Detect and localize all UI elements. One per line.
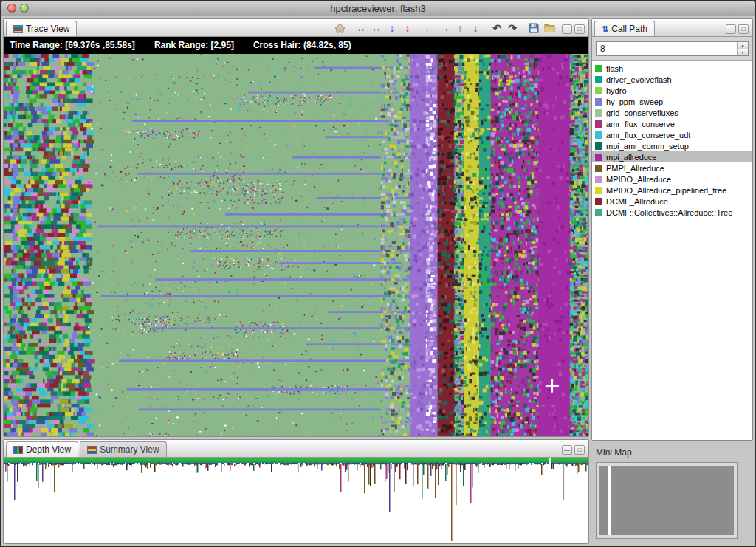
tab-call-path[interactable]: ⇅ Call Path — [594, 21, 655, 36]
callpath-item-label: MPIDO_Allreduce_pipelined_tree — [606, 186, 726, 195]
spinner-down-button[interactable]: ▼ — [738, 49, 748, 56]
callpath-item-hy-ppm-sweep[interactable]: hy_ppm_sweep — [592, 96, 752, 107]
callpath-item-mpi-allreduce[interactable]: mpi_allreduce — [592, 151, 752, 162]
tab-depth-view[interactable]: Depth View — [6, 441, 78, 457]
pan-right-button[interactable]: → — [437, 21, 452, 35]
window-controls — [7, 4, 29, 13]
save-button[interactable] — [526, 21, 541, 35]
depth-input[interactable] — [597, 42, 737, 55]
depth-spinner-row: ▲ ▼ — [592, 37, 752, 60]
callpath-color-swatch — [595, 65, 602, 72]
zoom-button[interactable] — [20, 4, 29, 13]
home-button[interactable] — [332, 21, 347, 35]
callpath-item-dcmf-collectives-allreduce-tree[interactable]: DCMF::Collectives::Allreduce::Tree — [592, 207, 752, 218]
callpath-item-amr-flux-conserve[interactable]: amr_flux_conserve — [592, 118, 752, 129]
callpath-item-grid-conservefluxes[interactable]: grid_conservefluxes — [592, 107, 752, 118]
callpath-item-dcmf-allreduce[interactable]: DCMF_Allreduce — [592, 196, 752, 207]
callpath-item-label: DCMF_Allreduce — [606, 197, 668, 206]
zoom-out-rank-button[interactable]: ↕ — [400, 21, 415, 35]
depth-view-tab-label: Depth View — [26, 444, 71, 455]
trace-pane-buttons: — □ — [562, 24, 585, 36]
redo-button[interactable]: ↷ — [505, 21, 520, 35]
mini-map-cursor[interactable] — [608, 466, 611, 535]
close-button[interactable] — [7, 4, 16, 13]
callpath-color-swatch — [595, 154, 602, 161]
call-path-pane-buttons: — □ — [726, 24, 749, 36]
callpath-item-label: grid_conservefluxes — [606, 109, 678, 117]
trace-canvas-area — [4, 54, 588, 436]
maximize-pane-button[interactable]: □ — [738, 24, 749, 34]
tab-trace-view[interactable]: Trace View — [6, 21, 77, 36]
toolbar-separator — [348, 27, 353, 28]
summary-view-icon — [87, 446, 97, 454]
callpath-color-swatch — [595, 120, 602, 128]
spinner-up-button[interactable]: ▲ — [738, 42, 748, 49]
mini-map[interactable] — [596, 462, 738, 539]
callpath-color-swatch — [595, 109, 602, 117]
depth-spinner: ▲ ▼ — [596, 41, 749, 56]
mini-map-view-region[interactable] — [599, 466, 734, 535]
window-title: hpctraceviewer: flash3 — [330, 3, 425, 14]
zoom-in-time-button[interactable]: ↔ — [354, 21, 368, 35]
callpath-item-driver-evolveflash[interactable]: driver_evolveflash — [592, 74, 752, 85]
callpath-item-hydro[interactable]: hydro — [592, 85, 752, 96]
callpath-item-label: PMPI_Allreduce — [606, 164, 664, 173]
callpath-item-label: hydro — [606, 86, 627, 95]
callpath-color-swatch — [595, 142, 602, 150]
trace-toolbar: ↔↔↕↕←→↑↓↶↷ — [332, 21, 557, 36]
depth-canvas-area — [4, 458, 588, 543]
minimize-pane-button[interactable]: — — [726, 24, 736, 34]
callpath-color-swatch — [595, 165, 602, 172]
zoom-out-time-button[interactable]: ↔ — [369, 21, 384, 35]
callpath-item-label: amr_flux_conserve_udt — [606, 131, 690, 140]
call-path-tabbar: ⇅ Call Path — □ — [592, 19, 752, 37]
callpath-item-label: DCMF::Collectives::Allreduce::Tree — [606, 208, 732, 217]
callpath-item-mpi-amr-comm-setup[interactable]: mpi_amr_comm_setup — [592, 140, 752, 151]
callpath-item-amr-flux-conserve-udt[interactable]: amr_flux_conserve_udt — [592, 129, 752, 140]
pan-up-button[interactable]: ↑ — [453, 21, 467, 35]
main-area: Trace View ↔↔↕↕←→↑↓↶↷ — □ Time Range: [6… — [1, 16, 755, 546]
time-range-label: Time Range: [69.376s ,85.58s] — [10, 40, 135, 50]
zoom-in-rank-button[interactable]: ↕ — [385, 21, 399, 35]
tab-summary-view[interactable]: Summary View — [80, 441, 166, 457]
callpath-color-swatch — [595, 76, 602, 83]
callpath-item-pmpi-allreduce[interactable]: PMPI_Allreduce — [592, 162, 752, 173]
maximize-pane-button[interactable]: □ — [574, 445, 585, 455]
callpath-item-flash[interactable]: flash — [592, 63, 752, 74]
minimize-pane-button[interactable]: — — [562, 445, 572, 455]
depth-view-pane: Depth View Summary View — □ — [3, 439, 589, 544]
toolbar-separator — [484, 27, 489, 28]
callpath-item-mpido-allreduce[interactable]: MPIDO_Allreduce — [592, 173, 752, 185]
minimize-pane-button[interactable]: — — [562, 24, 572, 34]
pan-left-button[interactable]: ← — [422, 21, 436, 35]
depth-pane-buttons: — □ — [562, 445, 585, 457]
depth-view-icon — [13, 446, 23, 454]
open-button[interactable] — [542, 21, 557, 35]
callpath-item-label: flash — [606, 64, 623, 73]
callpath-item-label: driver_evolveflash — [606, 75, 672, 84]
depth-canvas[interactable] — [4, 458, 588, 543]
depth-stepper: ▲ ▼ — [737, 42, 748, 55]
callpath-color-swatch — [595, 176, 602, 183]
callpath-item-label: mpi_amr_comm_setup — [606, 142, 689, 151]
depth-view-tabbar: Depth View Summary View — □ — [4, 440, 588, 458]
left-column: Trace View ↔↔↕↕←→↑↓↶↷ — □ Time Range: [6… — [3, 18, 589, 544]
callpath-color-swatch — [595, 187, 602, 194]
undo-button[interactable]: ↶ — [489, 21, 504, 35]
toolbar-separator — [520, 27, 526, 28]
summary-view-tab-label: Summary View — [100, 444, 159, 455]
trace-view-icon — [13, 25, 23, 33]
mini-map-section: Mini Map — [591, 441, 753, 544]
call-path-pane: ⇅ Call Path — □ ▲ ▼ — [591, 18, 753, 441]
toolbar-separator — [416, 27, 421, 28]
callpath-item-label: amr_flux_conserve — [606, 120, 675, 128]
trace-status-bar: Time Range: [69.376s ,85.58s] Rank Range… — [4, 37, 588, 54]
maximize-pane-button[interactable]: □ — [574, 24, 585, 34]
window-titlebar[interactable]: hpctraceviewer: flash3 — [1, 1, 755, 16]
callpath-color-swatch — [595, 209, 602, 216]
mini-map-label: Mini Map — [596, 447, 750, 458]
trace-canvas[interactable] — [4, 54, 588, 436]
pan-down-button[interactable]: ↓ — [468, 21, 483, 35]
callpath-item-mpido-allreduce-pipelined-tree[interactable]: MPIDO_Allreduce_pipelined_tree — [592, 185, 752, 196]
cross-hair-label: Cross Hair: (84.82s, 85) — [253, 40, 351, 50]
